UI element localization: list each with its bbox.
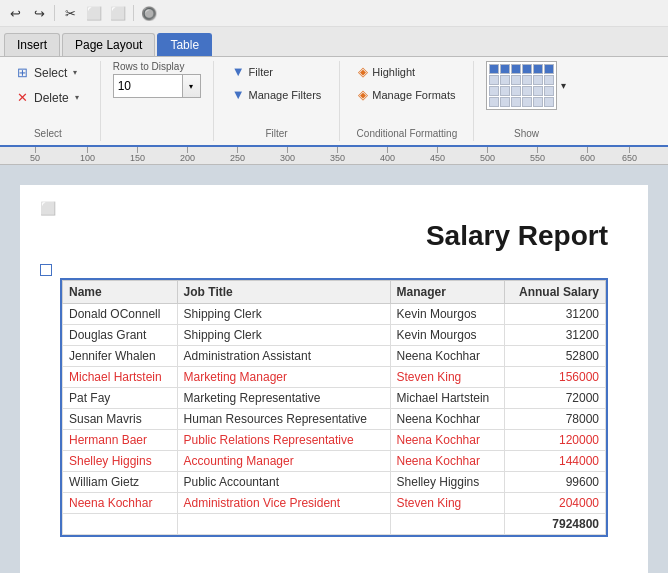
show-cell-18 <box>544 97 554 107</box>
tab-bar: Insert Page Layout Table <box>0 27 668 57</box>
delete-dropdown-arrow: ▾ <box>75 93 79 102</box>
cell-name: Donald OConnell <box>63 304 178 325</box>
rows-group-content: Rows to Display ▾ <box>113 61 201 137</box>
ruler-tick-200: 200 <box>180 147 195 163</box>
redo-button[interactable]: ↪ <box>28 2 50 24</box>
cell-job-title: Shipping Clerk <box>177 325 390 346</box>
page-move-icon[interactable]: ⬜ <box>40 201 56 216</box>
table-row: Susan MavrisHuman Resources Representati… <box>63 409 606 430</box>
show-cell-9 <box>511 86 521 96</box>
filter-icon: ▼ <box>232 64 245 79</box>
table-row: William GietzPublic AccountantShelley Hi… <box>63 472 606 493</box>
show-cell-h1 <box>489 64 499 74</box>
conditional-group-content: ◈ Highlight ◈ Manage Formats <box>352 61 461 126</box>
undo-button[interactable]: ↩ <box>4 2 26 24</box>
select-group-content: ⊞ Select ▾ ✕ Delete ▾ <box>8 61 88 126</box>
tab-page-layout[interactable]: Page Layout <box>62 33 155 56</box>
quick-access-toolbar: ↩ ↪ ✂ ⬜ ⬜ 🔘 <box>0 0 668 27</box>
show-cell-8 <box>500 86 510 96</box>
highlight-button[interactable]: ◈ Highlight <box>352 61 461 82</box>
table-header-row: Name Job Title Manager Annual Salary <box>63 281 606 304</box>
total-empty-2 <box>177 514 390 535</box>
delete-button[interactable]: ✕ Delete ▾ <box>8 86 88 109</box>
cell-salary: 204000 <box>505 493 606 514</box>
show-group-label: Show <box>486 126 566 139</box>
report-title: Salary Report <box>40 220 628 252</box>
table-anchor[interactable] <box>40 264 52 276</box>
cell-salary: 78000 <box>505 409 606 430</box>
select-column: ⊞ Select ▾ ✕ Delete ▾ <box>8 61 88 109</box>
table-wrapper: Name Job Title Manager Annual Salary Don… <box>60 278 608 537</box>
ruler-tick-350: 350 <box>330 147 345 163</box>
show-cell-7 <box>489 86 499 96</box>
show-cell-1 <box>489 75 499 85</box>
select-button[interactable]: ⊞ Select ▾ <box>8 61 88 84</box>
show-group-content: ▾ <box>486 61 566 126</box>
options-button[interactable]: 🔘 <box>138 2 160 24</box>
table-row: Douglas GrantShipping ClerkKevin Mourgos… <box>63 325 606 346</box>
page-icon-row: ⬜ <box>40 201 628 216</box>
manage-filters-button[interactable]: ▼ Manage Filters <box>226 84 328 105</box>
cell-name: Jennifer Whalen <box>63 346 178 367</box>
ruler-tick-650: 650 <box>622 147 637 163</box>
show-dropdown-arrow[interactable]: ▾ <box>561 80 566 91</box>
cell-name: Susan Mavris <box>63 409 178 430</box>
cell-job-title: Marketing Manager <box>177 367 390 388</box>
ruler: 50 100 150 200 250 300 350 400 450 500 5… <box>0 147 668 165</box>
table-row: Donald OConnellShipping ClerkKevin Mourg… <box>63 304 606 325</box>
cell-manager: Neena Kochhar <box>390 451 505 472</box>
ribbon-group-show: ▾ Show <box>486 61 578 141</box>
cell-manager: Kevin Mourgos <box>390 325 505 346</box>
rows-group: Rows to Display ▾ <box>113 61 201 98</box>
show-cell-h2 <box>500 64 510 74</box>
show-cell-h6 <box>544 64 554 74</box>
cell-salary: 31200 <box>505 325 606 346</box>
highlight-label: Highlight <box>372 66 415 78</box>
ribbon-group-select: ⊞ Select ▾ ✕ Delete ▾ Select <box>8 61 101 141</box>
cut-button[interactable]: ✂ <box>59 2 81 24</box>
cell-name: Neena Kochhar <box>63 493 178 514</box>
ruler-tick-150: 150 <box>130 147 145 163</box>
show-grid-wrap: ▾ <box>486 61 566 110</box>
cell-job-title: Administration Vice President <box>177 493 390 514</box>
table-row: Hermann BaerPublic Relations Representat… <box>63 430 606 451</box>
copy-button[interactable]: ⬜ <box>83 2 105 24</box>
delete-label: Delete <box>34 91 69 105</box>
cell-name: Pat Fay <box>63 388 178 409</box>
cell-manager: Steven King <box>390 367 505 388</box>
cell-salary: 52800 <box>505 346 606 367</box>
rows-input[interactable] <box>113 74 183 98</box>
tab-insert[interactable]: Insert <box>4 33 60 56</box>
manage-filters-icon: ▼ <box>232 87 245 102</box>
cell-job-title: Administration Assistant <box>177 346 390 367</box>
total-empty-1 <box>63 514 178 535</box>
tab-table[interactable]: Table <box>157 33 212 56</box>
cell-job-title: Public Relations Representative <box>177 430 390 451</box>
col-header-salary: Annual Salary <box>505 281 606 304</box>
cell-job-title: Shipping Clerk <box>177 304 390 325</box>
cell-manager: Steven King <box>390 493 505 514</box>
cell-job-title: Public Accountant <box>177 472 390 493</box>
total-empty-3 <box>390 514 505 535</box>
ruler-inner: 50 100 150 200 250 300 350 400 450 500 5… <box>0 147 668 165</box>
table-row: Neena KochharAdministration Vice Preside… <box>63 493 606 514</box>
show-cell-12 <box>544 86 554 96</box>
filter-group-label: Filter <box>226 126 328 139</box>
show-cell-10 <box>522 86 532 96</box>
rows-dropdown-arrow[interactable]: ▾ <box>183 74 201 98</box>
filter-button[interactable]: ▼ Filter <box>226 61 328 82</box>
data-table: Name Job Title Manager Annual Salary Don… <box>62 280 606 535</box>
manage-formats-button[interactable]: ◈ Manage Formats <box>352 84 461 105</box>
highlight-icon: ◈ <box>358 64 368 79</box>
total-value: 7924800 <box>505 514 606 535</box>
cell-manager: Michael Hartstein <box>390 388 505 409</box>
cell-salary: 72000 <box>505 388 606 409</box>
filter-group-content: ▼ Filter ▼ Manage Filters <box>226 61 328 126</box>
paste-button[interactable]: ⬜ <box>107 2 129 24</box>
content-area: ⬜ Salary Report Name Job Title Manager A… <box>0 165 668 573</box>
conditional-group-label: Conditional Formatting <box>352 126 461 139</box>
show-grid[interactable] <box>486 61 557 110</box>
cell-manager: Neena Kochhar <box>390 409 505 430</box>
show-cell-5 <box>533 75 543 85</box>
table-row: Shelley HigginsAccounting ManagerNeena K… <box>63 451 606 472</box>
